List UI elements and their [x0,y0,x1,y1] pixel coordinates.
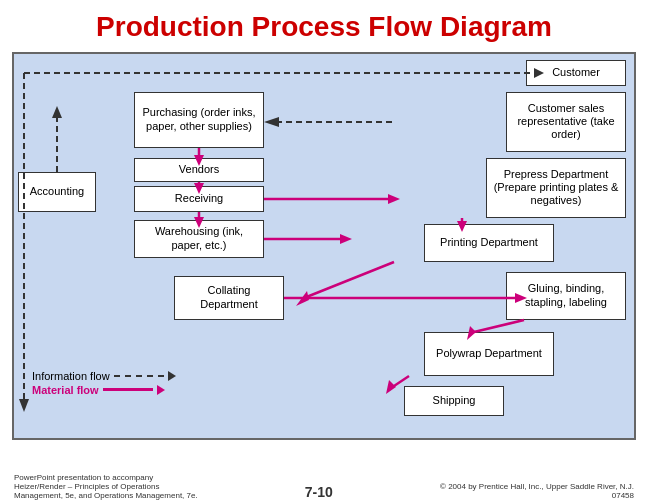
printing-box: Printing Department [424,224,554,262]
material-arrow-icon [157,385,165,395]
svg-line-24 [394,376,409,386]
accounting-box: Accounting [18,172,96,212]
customer-sales-rep-box: Customer sales representative (take orde… [506,92,626,152]
page: Production Process Flow Diagram Customer… [0,0,648,504]
gluing-box: Gluing, binding, stapling, labeling [506,272,626,320]
legend-info-flow: Information flow [32,370,176,382]
collating-box: Collating Department [174,276,284,320]
svg-line-22 [474,320,524,332]
svg-marker-19 [296,291,309,306]
svg-marker-3 [19,399,29,412]
footer: PowerPoint presentation to accompany Hei… [0,460,648,504]
purchasing-box: Purchasing (order inks, paper, other sup… [134,92,264,148]
svg-marker-27 [52,106,62,118]
solid-line-icon [103,388,153,391]
svg-marker-15 [340,234,352,244]
info-arrow-icon [168,371,176,381]
diagram-area: Customer Customer sales representative (… [12,52,636,440]
customer-box: Customer [526,60,626,86]
polywrap-box: Polywrap Department [424,332,554,376]
page-title: Production Process Flow Diagram [0,0,648,52]
svg-marker-5 [264,117,279,127]
warehousing-box: Warehousing (ink, paper, etc.) [134,220,264,258]
legend: Information flow Material flow [32,370,176,396]
svg-marker-11 [388,194,400,204]
receiving-box: Receiving [134,186,264,212]
footer-center: 7-10 [305,484,333,500]
vendors-box: Vendors [134,158,264,182]
legend-material-flow: Material flow [32,384,176,396]
svg-line-18 [304,262,394,298]
shipping-box: Shipping [404,386,504,416]
footer-right: © 2004 by Prentice Hall, Inc., Upper Sad… [440,473,634,500]
svg-marker-25 [386,380,396,394]
prepress-box: Prepress Department (Prepare printing pl… [486,158,626,218]
footer-left: PowerPoint presentation to accompany Hei… [14,464,198,500]
dashed-line-icon [114,375,164,377]
